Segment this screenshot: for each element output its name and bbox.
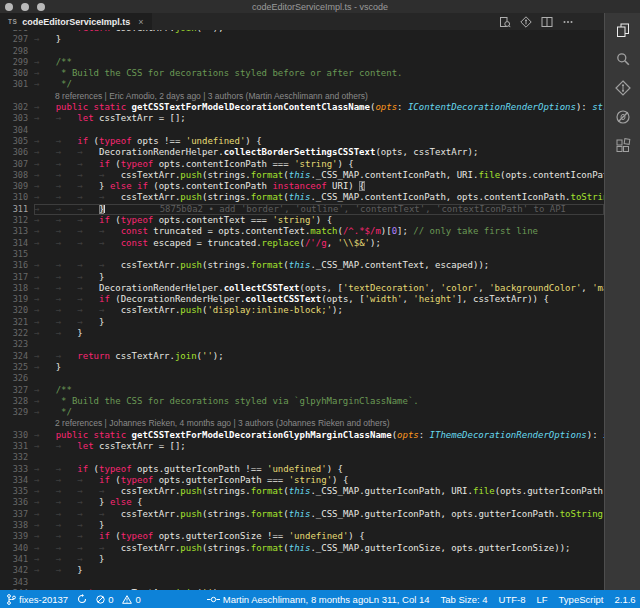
code-line-320[interactable]: 320→ → → → cssTextArr.push('display:inli… <box>0 305 604 316</box>
code-line-308[interactable]: 308→ → → → cssTextArr.push(strings.forma… <box>0 170 604 181</box>
explorer-icon[interactable] <box>615 22 631 38</box>
line-number[interactable]: 311 <box>0 204 34 215</box>
tab-codeEditorServiceImpl[interactable]: TS codeEditorServiceImpl.ts × <box>0 13 152 30</box>
search-icon[interactable] <box>615 51 631 67</box>
line-number[interactable]: 320 <box>0 305 34 316</box>
code-line-299[interactable]: 299→ /** <box>0 57 604 68</box>
code-line-300[interactable]: 300→ * Build the CSS for decorations sty… <box>0 68 604 79</box>
errors-status[interactable]: 0 <box>96 594 113 605</box>
code-line-341[interactable]: 341→ → → } <box>0 554 604 565</box>
line-number[interactable]: 337 <box>0 509 34 520</box>
line-number[interactable]: 331 <box>0 441 34 452</box>
line-number[interactable]: 304 <box>0 125 34 136</box>
codelens-text[interactable]: 2 references | Johannes Rieken, 4 months… <box>34 418 604 429</box>
line-number[interactable]: 299 <box>0 57 34 68</box>
line-number[interactable]: 317 <box>0 272 34 283</box>
line-number[interactable]: 338 <box>0 520 34 531</box>
line-number[interactable]: 302 <box>0 102 34 113</box>
code-line-328[interactable]: 328→ * Build the CSS for decorations sty… <box>0 396 604 407</box>
typescript-version-status[interactable]: 2.1.6 <box>614 594 635 605</box>
code-line-319[interactable]: 319→ → → if (DecorationRenderHelper.coll… <box>0 294 604 305</box>
line-number[interactable]: 297 <box>0 34 34 45</box>
code-line-318[interactable]: 318→ → → DecorationRenderHelper.collectC… <box>0 283 604 294</box>
code-line-307[interactable]: 307→ → → if (typeof opts.contentIconPath… <box>0 159 604 170</box>
gitlens-blame-status[interactable]: Martin Aeschlimann, 8 months ago <box>207 594 369 605</box>
code-line-331[interactable]: 331→ → let cssTextArr = []; <box>0 441 604 452</box>
code-line-337[interactable]: 337→ → → → cssTextArr.push(strings.forma… <box>0 509 604 520</box>
code-line-303[interactable]: 303→ → let cssTextArr = []; <box>0 113 604 124</box>
line-number[interactable]: 322 <box>0 328 34 339</box>
line-number[interactable]: 324 <box>0 351 34 362</box>
code-line-309[interactable]: 309→ → → } else if (opts.contentIconPath… <box>0 181 604 192</box>
code-line-339[interactable]: 339→ → → if (typeof opts.gutterIconSize … <box>0 531 604 542</box>
tab-size-status[interactable]: Tab Size: 4 <box>441 594 488 605</box>
line-number[interactable]: 326 <box>0 373 34 384</box>
code-line-343[interactable]: 343 <box>0 577 604 588</box>
extensions-icon[interactable] <box>615 138 631 154</box>
line-number[interactable]: 315 <box>0 249 34 260</box>
line-number[interactable]: 334 <box>0 475 34 486</box>
line-number[interactable]: 318 <box>0 283 34 294</box>
line-number[interactable]: 336 <box>0 497 34 508</box>
line-number[interactable]: 306 <box>0 147 34 158</box>
cursor-position-status[interactable]: Ln 311, Col 14 <box>368 594 429 605</box>
code-line-304[interactable]: 304 <box>0 125 604 136</box>
line-number[interactable]: 305 <box>0 136 34 147</box>
line-number[interactable]: 307 <box>0 159 34 170</box>
code-line-326[interactable]: 326 <box>0 373 604 384</box>
debug-icon[interactable] <box>615 109 631 125</box>
code-line-314[interactable]: 314→ → → → const escaped = truncated.rep… <box>0 238 604 249</box>
line-number[interactable]: 316 <box>0 260 34 271</box>
line-number[interactable]: 310 <box>0 192 34 203</box>
line-number[interactable] <box>0 418 34 429</box>
code-line-340[interactable]: 340→ → → → cssTextArr.push(strings.forma… <box>0 543 604 554</box>
code-line-325[interactable]: 325→ } <box>0 362 604 373</box>
line-number[interactable]: 303 <box>0 113 34 124</box>
language-mode-status[interactable]: TypeScript <box>559 594 604 605</box>
line-number[interactable]: 341 <box>0 554 34 565</box>
git-branch-status[interactable]: fixes-20137 <box>7 594 68 605</box>
line-number[interactable]: 330 <box>0 430 34 441</box>
code-line-297[interactable]: 297→ } <box>0 34 604 45</box>
sync-status[interactable] <box>77 594 87 604</box>
code-line-301[interactable]: 301→ */ <box>0 79 604 90</box>
code-line-313[interactable]: 313→ → → → const truncated = opts.conten… <box>0 226 604 237</box>
code-line-342[interactable]: 342→ → } <box>0 565 604 576</box>
code-line-338[interactable]: 338→ → → } <box>0 520 604 531</box>
code-line-302[interactable]: 302→ public static getCSSTextForModelDec… <box>0 102 604 113</box>
code-line-317[interactable]: 317→ → → } <box>0 272 604 283</box>
codelens-row[interactable]: 8 references | Eric Amodio, 2 days ago |… <box>0 91 604 102</box>
code-line-335[interactable]: 335→ → → → cssTextArr.push(strings.forma… <box>0 486 604 497</box>
code-line-311[interactable]: 311→ → → } 5875b0a2 • add 'border', 'out… <box>0 204 604 215</box>
source-control-icon[interactable] <box>615 80 631 96</box>
line-number[interactable]: 300 <box>0 68 34 79</box>
line-number[interactable]: 323 <box>0 339 34 350</box>
line-number[interactable] <box>0 91 34 102</box>
open-preview-icon[interactable] <box>499 16 511 28</box>
code-line-312[interactable]: 312→ → → if (typeof opts.contentText ===… <box>0 215 604 226</box>
code-line-330[interactable]: 330→ public static getCSSTextForModelDec… <box>0 430 604 441</box>
line-number[interactable]: 342 <box>0 565 34 576</box>
line-number[interactable]: 309 <box>0 181 34 192</box>
close-tab-icon[interactable]: × <box>135 17 143 27</box>
maximize-window-button[interactable] <box>37 3 45 11</box>
line-number[interactable]: 333 <box>0 464 34 475</box>
code-line-322[interactable]: 322→ → } <box>0 328 604 339</box>
codelens-text[interactable]: 8 references | Eric Amodio, 2 days ago |… <box>34 91 604 102</box>
line-number[interactable]: 301 <box>0 79 34 90</box>
code-editor[interactable]: 296→ → return cssTextArr.join('');297→ }… <box>0 30 604 590</box>
code-line-323[interactable]: 323 <box>0 339 604 350</box>
line-number[interactable]: 325 <box>0 362 34 373</box>
code-line-298[interactable]: 298 <box>0 46 604 57</box>
code-line-310[interactable]: 310→ → → → cssTextArr.push(strings.forma… <box>0 192 604 203</box>
line-number[interactable]: 313 <box>0 226 34 237</box>
line-number[interactable]: 321 <box>0 317 34 328</box>
line-number[interactable]: 335 <box>0 486 34 497</box>
code-line-334[interactable]: 334→ → → if (typeof opts.gutterIconPath … <box>0 475 604 486</box>
line-number[interactable]: 329 <box>0 407 34 418</box>
line-number[interactable]: 339 <box>0 531 34 542</box>
line-number[interactable]: 340 <box>0 543 34 554</box>
encoding-status[interactable]: UTF-8 <box>499 594 526 605</box>
open-changes-icon[interactable] <box>520 16 532 28</box>
line-number[interactable]: 332 <box>0 452 34 463</box>
